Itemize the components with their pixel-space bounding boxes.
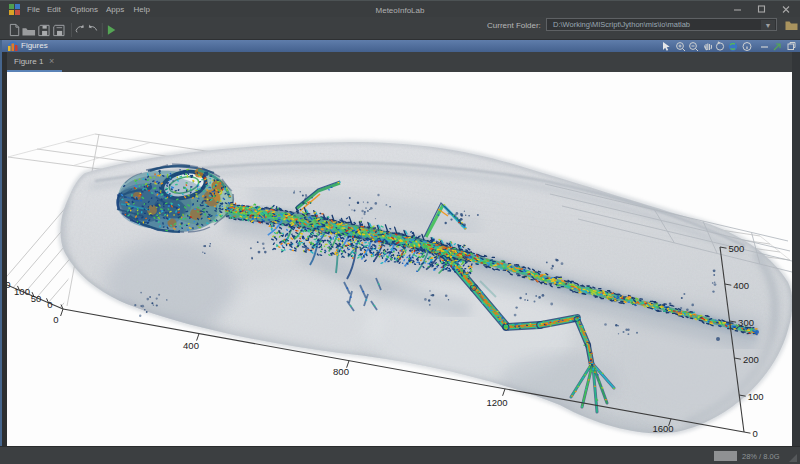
svg-text:300: 300 (738, 317, 754, 328)
svg-text:1200: 1200 (486, 397, 507, 408)
svg-text:1600: 1600 (652, 423, 673, 434)
svg-text:0: 0 (47, 299, 52, 310)
svg-text:100: 100 (747, 391, 763, 402)
svg-text:500: 500 (728, 243, 744, 254)
svg-text:0: 0 (53, 314, 58, 325)
svg-text:0: 0 (7, 279, 11, 290)
svg-text:100: 100 (14, 286, 30, 297)
svg-text:200: 200 (742, 354, 758, 365)
svg-text:800: 800 (333, 366, 349, 377)
svg-text:50: 50 (30, 293, 41, 304)
svg-text:400: 400 (733, 280, 749, 291)
svg-text:400: 400 (183, 340, 199, 351)
svg-text:0: 0 (752, 428, 757, 439)
